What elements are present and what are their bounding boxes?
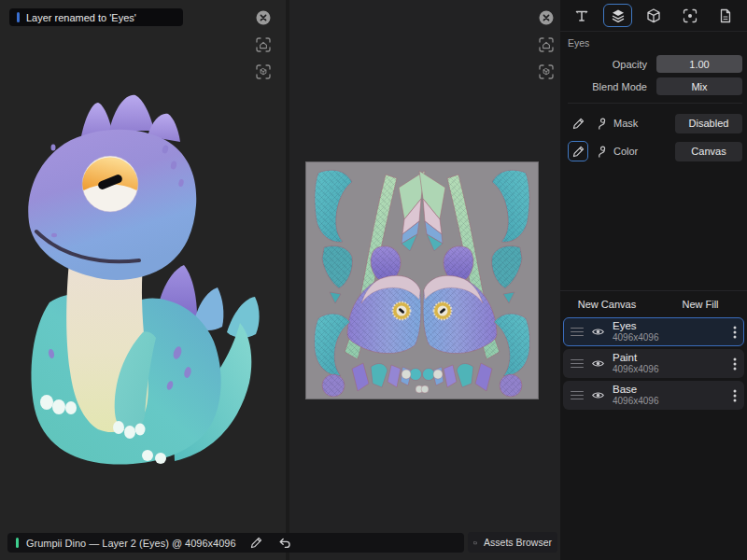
drag-handle-icon[interactable] (571, 391, 584, 400)
opacity-value-button[interactable]: 1.00 (656, 55, 742, 73)
layer-list: Eyes 4096x4096 Paint 4096x4096 (560, 316, 747, 410)
viewport-3d[interactable]: Layer renamed to 'Eyes' (0, 0, 286, 560)
layer-properties: Eyes Opacity 1.00 Blend Mode Mix Mask Di… (560, 32, 747, 165)
visibility-eye-icon[interactable] (591, 325, 605, 339)
layer-name: Paint (613, 352, 726, 364)
assets-browser-label: Assets Browser (484, 537, 552, 548)
layer-size: 4096x4096 (613, 364, 726, 375)
mask-paint-toggle[interactable] (568, 113, 588, 133)
procedural-icon[interactable] (594, 145, 608, 159)
undo-icon[interactable] (277, 536, 292, 551)
layer-text: Paint 4096x4096 (613, 352, 726, 375)
visibility-eye-icon[interactable] (591, 357, 605, 371)
tab-model[interactable] (640, 4, 669, 27)
layer-row-base[interactable]: Base 4096x4096 (563, 381, 744, 410)
notification-toast: Layer renamed to 'Eyes' (9, 8, 183, 26)
home-view-icon[interactable] (537, 35, 556, 54)
layer-row-eyes[interactable]: Eyes 4096x4096 (563, 317, 744, 346)
layer-size: 4096x4096 (613, 396, 726, 407)
tab-document[interactable] (712, 4, 740, 27)
close-icon[interactable] (254, 8, 273, 27)
opacity-label: Opacity (613, 59, 647, 70)
divider (568, 103, 742, 104)
mask-label: Mask (613, 118, 669, 129)
uv-map (305, 161, 539, 399)
pen-icon[interactable] (249, 536, 263, 550)
color-label: Color (613, 146, 669, 157)
toast-text: Layer renamed to 'Eyes' (26, 12, 136, 23)
blend-mode-label: Blend Mode (592, 81, 647, 92)
color-channel-row: Color Canvas (568, 137, 742, 165)
folder-icon (473, 537, 477, 549)
layer-menu-icon[interactable] (733, 357, 737, 371)
procedural-icon[interactable] (594, 117, 608, 131)
panel-header: Eyes (568, 37, 742, 49)
tab-layers[interactable] (603, 4, 632, 27)
pen-icon (571, 145, 585, 159)
layer-actions: New Canvas New Fill (560, 291, 747, 316)
assets-browser-button[interactable]: Assets Browser (468, 532, 557, 553)
drag-handle-icon[interactable] (571, 328, 584, 337)
app-root: Layer renamed to 'Eyes' (0, 0, 747, 560)
viewport-uv[interactable] (289, 0, 560, 560)
pen-icon (571, 117, 585, 131)
frame-model-icon[interactable] (254, 63, 273, 81)
mask-value-button[interactable]: Disabled (675, 114, 742, 133)
layers-section: New Canvas New Fill Eyes 4096x4096 (560, 290, 747, 560)
layer-menu-icon[interactable] (733, 326, 737, 339)
status-accent (16, 538, 19, 548)
home-view-icon[interactable] (254, 35, 273, 54)
visibility-eye-icon[interactable] (591, 388, 605, 402)
tab-capture[interactable] (675, 4, 704, 27)
new-canvas-button[interactable]: New Canvas (560, 299, 654, 310)
properties-panel: Eyes Opacity 1.00 Blend Mode Mix Mask Di… (560, 0, 747, 560)
dino-model (5, 91, 277, 555)
opacity-row: Opacity 1.00 (568, 55, 742, 73)
layer-name: Base (613, 384, 726, 396)
panel-tabbar (560, 0, 747, 32)
tab-text-tool[interactable] (568, 4, 597, 27)
close-icon[interactable] (537, 8, 556, 27)
layer-text: Base 4096x4096 (613, 384, 726, 407)
layer-name: Eyes (613, 320, 726, 332)
frame-model-icon[interactable] (537, 63, 556, 81)
layer-size: 4096x4096 (613, 332, 726, 343)
new-fill-button[interactable]: New Fill (654, 299, 747, 310)
toast-accent (17, 12, 20, 22)
status-bar: Grumpii Dino — Layer 2 (Eyes) @ 4096x409… (7, 533, 464, 553)
mask-channel-row: Mask Disabled (568, 109, 742, 137)
viewport-uv-controls (537, 8, 556, 81)
status-text: Grumpii Dino — Layer 2 (Eyes) @ 4096x409… (26, 538, 236, 549)
layer-menu-icon[interactable] (733, 389, 737, 402)
color-value-button[interactable]: Canvas (675, 142, 742, 161)
viewport-3d-controls (254, 8, 273, 81)
color-paint-toggle[interactable] (568, 141, 588, 161)
layer-text: Eyes 4096x4096 (613, 320, 726, 343)
blend-mode-row: Blend Mode Mix (568, 77, 742, 95)
drag-handle-icon[interactable] (571, 359, 584, 369)
layer-row-paint[interactable]: Paint 4096x4096 (563, 349, 744, 378)
blend-mode-button[interactable]: Mix (656, 77, 742, 95)
